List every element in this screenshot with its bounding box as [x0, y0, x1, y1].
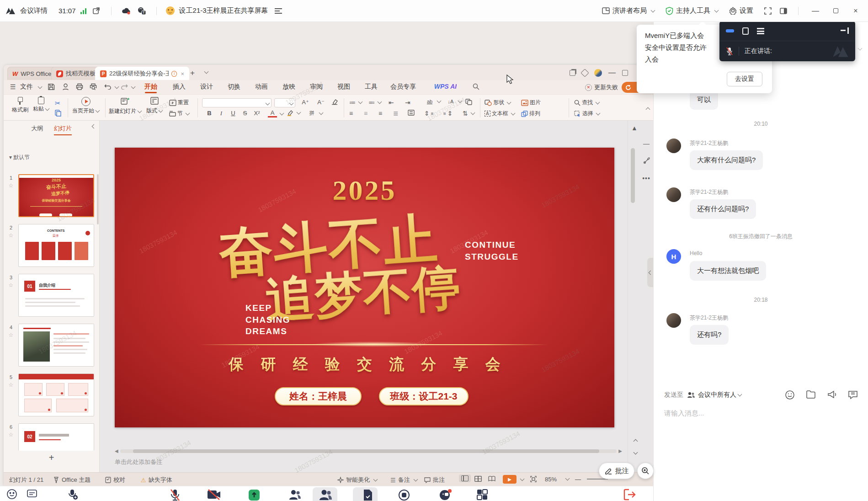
new-tab-button[interactable]: +	[190, 69, 195, 78]
message-input[interactable]: 请输入消息...	[664, 409, 704, 418]
list-view-icon[interactable]	[757, 28, 764, 34]
magnifier-button[interactable]	[637, 463, 654, 479]
menu-review[interactable]: 审阅	[310, 83, 323, 91]
text-sort-button[interactable]: ↓A	[446, 99, 462, 104]
meeting-detail-link[interactable]: 会议详情	[20, 6, 48, 15]
ribbon-collapse-icon[interactable]: —	[641, 140, 652, 147]
reaction-smiley-icon[interactable]	[6, 489, 17, 501]
maximize-button[interactable]	[828, 7, 843, 15]
wps-ai-button[interactable]: WPS AI	[434, 83, 457, 90]
reset-button[interactable]: 重置	[169, 99, 189, 107]
numbered-list-button[interactable]: ≕	[368, 99, 381, 106]
highlight-button[interactable]	[287, 110, 300, 116]
strikethrough-button[interactable]: S	[240, 110, 250, 117]
record-icon[interactable]	[398, 489, 410, 501]
tab-slides[interactable]: 幻灯片	[54, 124, 72, 135]
underline-button[interactable]: U	[229, 110, 238, 117]
missing-font-warning[interactable]: ⚠缺失字体	[141, 476, 172, 484]
char-spacing-button[interactable]: ab	[425, 99, 441, 104]
zoom-chevron-icon[interactable]	[565, 476, 570, 481]
font-color-button[interactable]: A	[268, 110, 283, 117]
zoom-out-button[interactable]: —	[575, 476, 581, 483]
docs-icon[interactable]	[362, 489, 373, 501]
menu-tools[interactable]: 工具	[365, 83, 378, 91]
reading-view-button[interactable]	[488, 476, 495, 482]
next-slide-icon[interactable]	[629, 448, 640, 455]
host-tools-button[interactable]: 主持人工具	[666, 6, 718, 15]
mic-muted-toolbar-icon[interactable]	[169, 489, 181, 501]
menu-view[interactable]: 视图	[337, 83, 350, 91]
textbox-button[interactable]: A文本框	[485, 110, 515, 117]
interactive-chat-icon[interactable]	[439, 489, 453, 501]
redo-chevron-icon[interactable]	[131, 85, 136, 89]
prev-slide-icon[interactable]	[629, 437, 640, 444]
notes-button[interactable]: ☰备注	[390, 476, 417, 484]
caption-icon[interactable]	[27, 489, 37, 501]
align-left-icon[interactable]: ≡	[349, 110, 353, 117]
slide-layout-button[interactable]: 版式	[146, 97, 162, 115]
beautify-button[interactable]: 智能美化	[337, 476, 377, 484]
menu-home[interactable]: 开始	[144, 83, 157, 91]
dock-panel-icon[interactable]	[841, 27, 849, 34]
print-preview-icon[interactable]	[90, 83, 97, 91]
section-label[interactable]: ▾ 默认节	[9, 154, 30, 161]
section-button[interactable]: 节	[169, 110, 189, 117]
slide-canvas[interactable]: 2025 奋斗不止 追梦不停 CONTINUESTRUGGLE KEEPCHAS…	[115, 148, 614, 427]
copy-icon[interactable]	[55, 110, 61, 117]
para-spacing-button[interactable]: ≡⇕	[443, 110, 453, 117]
leave-meeting-icon[interactable]	[623, 489, 636, 501]
decrease-font-icon[interactable]: A⁻	[316, 99, 325, 106]
menu-slideshow[interactable]: 放映	[282, 83, 295, 91]
file-chevron-icon[interactable]	[38, 85, 43, 89]
emoji-icon[interactable]	[785, 390, 795, 400]
minimize-button[interactable]: —	[808, 7, 823, 15]
new-slide-button[interactable]: 新建幻灯片	[109, 97, 141, 115]
tab-docer[interactable]: 找稻壳模板	[51, 67, 101, 80]
font-name-select[interactable]	[202, 98, 272, 107]
justify-icon[interactable]: ≣	[393, 110, 399, 117]
slideshow-button[interactable]: ▶	[503, 475, 524, 484]
theme-button[interactable]: Office 主题	[53, 476, 91, 484]
superscript-button[interactable]: X²	[252, 110, 261, 117]
tab-wps-home[interactable]: W WPS Office	[7, 67, 56, 80]
notes-placeholder[interactable]: 单击此处添加备注	[115, 458, 162, 466]
select-button[interactable]: 选择	[574, 110, 600, 117]
update-failed-status[interactable]: ✕ 更新失败	[585, 83, 618, 91]
star-icon[interactable]: ☆	[7, 282, 15, 288]
arrange-tabs-icon[interactable]	[570, 70, 575, 76]
minimized-video-indicator[interactable]	[726, 29, 734, 32]
star-icon[interactable]: ☆	[7, 382, 15, 388]
menu-animation[interactable]: 动画	[255, 83, 268, 91]
undo-icon[interactable]	[104, 83, 112, 91]
interpreter-icon[interactable]: T	[136, 5, 147, 16]
apps-layout-icon[interactable]	[476, 489, 488, 501]
paragraph-transfer-icon[interactable]	[465, 99, 472, 105]
find-button[interactable]: 查找	[574, 99, 599, 107]
bold-button[interactable]: B	[205, 110, 214, 117]
tab-close-icon[interactable]: ×	[181, 70, 184, 77]
normal-view-button[interactable]	[459, 474, 471, 482]
clear-format-icon[interactable]	[331, 99, 338, 105]
export-icon[interactable]	[62, 83, 69, 92]
star-icon[interactable]: ☆	[7, 232, 15, 239]
format-painter-button[interactable]: 格式刷	[12, 97, 28, 114]
tab-document[interactable]: P 22级保研经验分享会-王梓晨 ! ×	[95, 67, 189, 80]
share-external-icon[interactable]	[91, 5, 102, 16]
more-tools-icon[interactable]: •••	[641, 175, 652, 182]
sorter-view-button[interactable]	[474, 476, 482, 482]
star-icon[interactable]: ☆	[7, 332, 15, 338]
tab-list-chevron-icon[interactable]	[204, 69, 209, 74]
cloud-record-icon[interactable]	[121, 5, 132, 16]
file-icon[interactable]	[806, 390, 816, 400]
redo-icon[interactable]	[121, 83, 128, 91]
main-menu-icon[interactable]: ☰	[10, 83, 16, 91]
menu-transition[interactable]: 切换	[228, 83, 240, 91]
chat-collapse-handle[interactable]	[647, 258, 654, 287]
text-direction-button[interactable]: ⇅	[463, 110, 474, 117]
camera-off-icon[interactable]	[207, 489, 221, 501]
close-button[interactable]: ×	[848, 7, 863, 15]
save-icon[interactable]	[48, 83, 55, 92]
vertical-scrollbar[interactable]	[631, 148, 635, 203]
go-to-settings-button[interactable]: 去设置	[727, 72, 762, 86]
menu-insert[interactable]: 插入	[173, 83, 186, 91]
